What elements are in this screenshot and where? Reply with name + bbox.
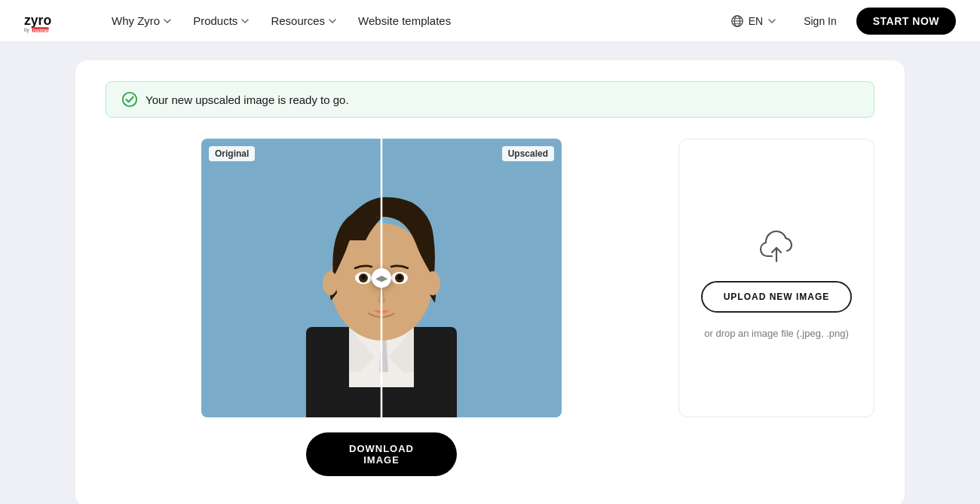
logo[interactable]: zyro by hostinger xyxy=(24,8,78,35)
check-circle-icon xyxy=(121,91,138,108)
content-card: Your new upscaled image is ready to go. xyxy=(75,60,905,504)
image-compare[interactable]: ◀▶ Original Upscaled xyxy=(201,139,562,417)
upload-cloud-icon xyxy=(755,224,798,266)
download-button[interactable]: DOWNLOAD IMAGE xyxy=(306,432,457,476)
image-compare-wrap: ◀▶ Original Upscaled DOWNLOAD IMAGE xyxy=(106,139,657,476)
chevron-down-icon xyxy=(767,17,776,26)
svg-text:hostinger: hostinger xyxy=(33,28,50,32)
main-content: Your new upscaled image is ready to go. xyxy=(0,42,980,504)
upscaled-label: Upscaled xyxy=(502,146,554,161)
svg-point-9 xyxy=(123,93,136,106)
nav-why-zyro[interactable]: Why Zyro xyxy=(103,8,181,33)
success-message: Your new upscaled image is ready to go. xyxy=(145,93,349,106)
svg-point-20 xyxy=(361,275,366,279)
language-selector[interactable]: EN xyxy=(723,10,784,32)
nav-items: Why Zyro Products Resources Website temp… xyxy=(103,8,723,33)
start-now-button[interactable]: START NOW xyxy=(856,8,956,35)
svg-point-24 xyxy=(323,271,338,295)
chevron-down-icon xyxy=(328,17,337,26)
nav-resources[interactable]: Resources xyxy=(262,8,346,33)
svg-point-25 xyxy=(425,271,440,295)
svg-point-23 xyxy=(397,275,402,279)
chevron-down-icon xyxy=(163,17,172,26)
upload-panel[interactable]: UPLOAD NEW IMAGE or drop an image file (… xyxy=(678,139,874,417)
success-banner: Your new upscaled image is ready to go. xyxy=(106,81,874,118)
nav-right: EN Sign In START NOW xyxy=(723,8,956,35)
original-label: Original xyxy=(209,146,255,161)
nav-website-templates[interactable]: Website templates xyxy=(349,8,460,33)
drop-hint: or drop an image file (.jpeg, .png) xyxy=(704,328,849,339)
navbar: zyro by hostinger Why Zyro Products Reso… xyxy=(0,0,980,42)
comparison-image: ◀▶ xyxy=(201,139,562,417)
sign-in-button[interactable]: Sign In xyxy=(796,11,844,32)
nav-products[interactable]: Products xyxy=(184,8,259,33)
svg-text:by: by xyxy=(24,27,30,33)
svg-text:zyro: zyro xyxy=(24,12,51,27)
chevron-down-icon xyxy=(240,17,250,26)
globe-icon xyxy=(730,14,744,28)
upload-new-image-button[interactable]: UPLOAD NEW IMAGE xyxy=(701,281,852,313)
compare-row: ◀▶ Original Upscaled DOWNLOAD IMAGE xyxy=(106,139,874,476)
svg-text:◀▶: ◀▶ xyxy=(375,273,388,283)
